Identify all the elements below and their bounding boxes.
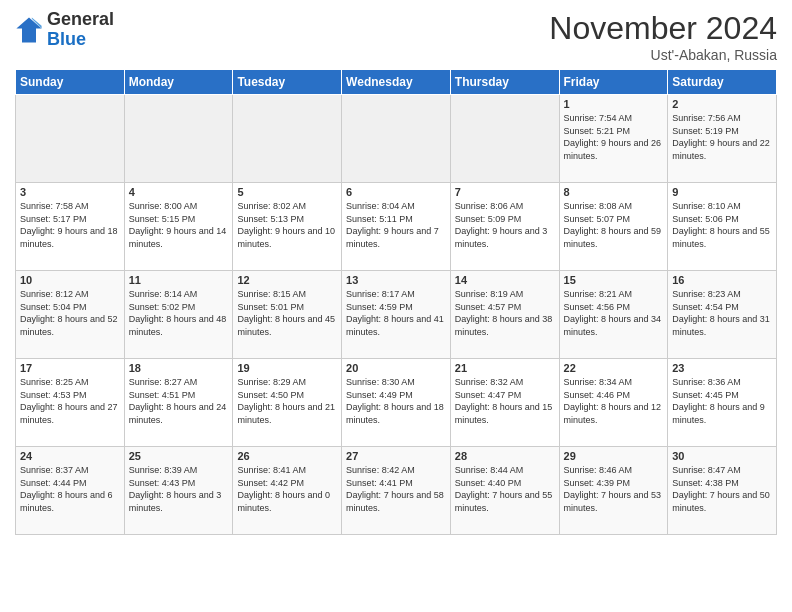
day-number: 18: [129, 362, 229, 374]
day-info: Sunrise: 8:02 AM Sunset: 5:13 PM Dayligh…: [237, 200, 337, 250]
calendar-cell: 30Sunrise: 8:47 AM Sunset: 4:38 PM Dayli…: [668, 447, 777, 535]
day-info: Sunrise: 8:06 AM Sunset: 5:09 PM Dayligh…: [455, 200, 555, 250]
calendar-cell: 5Sunrise: 8:02 AM Sunset: 5:13 PM Daylig…: [233, 183, 342, 271]
day-info: Sunrise: 8:44 AM Sunset: 4:40 PM Dayligh…: [455, 464, 555, 514]
logo: General Blue: [15, 10, 114, 50]
day-info: Sunrise: 8:37 AM Sunset: 4:44 PM Dayligh…: [20, 464, 120, 514]
day-number: 2: [672, 98, 772, 110]
calendar-cell: [124, 95, 233, 183]
calendar-cell: 6Sunrise: 8:04 AM Sunset: 5:11 PM Daylig…: [342, 183, 451, 271]
day-info: Sunrise: 8:32 AM Sunset: 4:47 PM Dayligh…: [455, 376, 555, 426]
calendar-cell: 23Sunrise: 8:36 AM Sunset: 4:45 PM Dayli…: [668, 359, 777, 447]
calendar-cell: 28Sunrise: 8:44 AM Sunset: 4:40 PM Dayli…: [450, 447, 559, 535]
day-info: Sunrise: 8:19 AM Sunset: 4:57 PM Dayligh…: [455, 288, 555, 338]
day-number: 24: [20, 450, 120, 462]
day-number: 23: [672, 362, 772, 374]
calendar-cell: 24Sunrise: 8:37 AM Sunset: 4:44 PM Dayli…: [16, 447, 125, 535]
header-saturday: Saturday: [668, 70, 777, 95]
calendar-cell: 22Sunrise: 8:34 AM Sunset: 4:46 PM Dayli…: [559, 359, 668, 447]
calendar-cell: 18Sunrise: 8:27 AM Sunset: 4:51 PM Dayli…: [124, 359, 233, 447]
day-info: Sunrise: 8:17 AM Sunset: 4:59 PM Dayligh…: [346, 288, 446, 338]
day-number: 29: [564, 450, 664, 462]
calendar-cell: 17Sunrise: 8:25 AM Sunset: 4:53 PM Dayli…: [16, 359, 125, 447]
title-area: November 2024 Ust'-Abakan, Russia: [549, 10, 777, 63]
header-tuesday: Tuesday: [233, 70, 342, 95]
day-number: 20: [346, 362, 446, 374]
header-monday: Monday: [124, 70, 233, 95]
calendar-week-3: 10Sunrise: 8:12 AM Sunset: 5:04 PM Dayli…: [16, 271, 777, 359]
day-info: Sunrise: 8:04 AM Sunset: 5:11 PM Dayligh…: [346, 200, 446, 250]
day-info: Sunrise: 7:54 AM Sunset: 5:21 PM Dayligh…: [564, 112, 664, 162]
day-info: Sunrise: 8:14 AM Sunset: 5:02 PM Dayligh…: [129, 288, 229, 338]
calendar-cell: 3Sunrise: 7:58 AM Sunset: 5:17 PM Daylig…: [16, 183, 125, 271]
calendar-cell: 16Sunrise: 8:23 AM Sunset: 4:54 PM Dayli…: [668, 271, 777, 359]
day-info: Sunrise: 8:41 AM Sunset: 4:42 PM Dayligh…: [237, 464, 337, 514]
calendar-cell: [450, 95, 559, 183]
calendar-cell: 27Sunrise: 8:42 AM Sunset: 4:41 PM Dayli…: [342, 447, 451, 535]
day-number: 4: [129, 186, 229, 198]
header-sunday: Sunday: [16, 70, 125, 95]
day-number: 13: [346, 274, 446, 286]
day-number: 27: [346, 450, 446, 462]
day-number: 15: [564, 274, 664, 286]
day-info: Sunrise: 8:36 AM Sunset: 4:45 PM Dayligh…: [672, 376, 772, 426]
calendar-week-2: 3Sunrise: 7:58 AM Sunset: 5:17 PM Daylig…: [16, 183, 777, 271]
calendar-cell: 4Sunrise: 8:00 AM Sunset: 5:15 PM Daylig…: [124, 183, 233, 271]
day-info: Sunrise: 8:10 AM Sunset: 5:06 PM Dayligh…: [672, 200, 772, 250]
calendar-cell: [342, 95, 451, 183]
day-number: 22: [564, 362, 664, 374]
calendar-cell: 1Sunrise: 7:54 AM Sunset: 5:21 PM Daylig…: [559, 95, 668, 183]
day-number: 9: [672, 186, 772, 198]
month-title: November 2024: [549, 10, 777, 47]
calendar-cell: 12Sunrise: 8:15 AM Sunset: 5:01 PM Dayli…: [233, 271, 342, 359]
day-info: Sunrise: 8:08 AM Sunset: 5:07 PM Dayligh…: [564, 200, 664, 250]
header-friday: Friday: [559, 70, 668, 95]
calendar-cell: 20Sunrise: 8:30 AM Sunset: 4:49 PM Dayli…: [342, 359, 451, 447]
calendar-week-5: 24Sunrise: 8:37 AM Sunset: 4:44 PM Dayli…: [16, 447, 777, 535]
day-number: 19: [237, 362, 337, 374]
day-info: Sunrise: 8:47 AM Sunset: 4:38 PM Dayligh…: [672, 464, 772, 514]
calendar-cell: 2Sunrise: 7:56 AM Sunset: 5:19 PM Daylig…: [668, 95, 777, 183]
page: General Blue November 2024 Ust'-Abakan, …: [0, 0, 792, 612]
calendar-cell: 11Sunrise: 8:14 AM Sunset: 5:02 PM Dayli…: [124, 271, 233, 359]
day-info: Sunrise: 8:12 AM Sunset: 5:04 PM Dayligh…: [20, 288, 120, 338]
calendar-cell: 14Sunrise: 8:19 AM Sunset: 4:57 PM Dayli…: [450, 271, 559, 359]
calendar-cell: 29Sunrise: 8:46 AM Sunset: 4:39 PM Dayli…: [559, 447, 668, 535]
calendar-cell: 19Sunrise: 8:29 AM Sunset: 4:50 PM Dayli…: [233, 359, 342, 447]
calendar: Sunday Monday Tuesday Wednesday Thursday…: [15, 69, 777, 535]
day-number: 21: [455, 362, 555, 374]
day-number: 14: [455, 274, 555, 286]
day-number: 16: [672, 274, 772, 286]
day-info: Sunrise: 8:30 AM Sunset: 4:49 PM Dayligh…: [346, 376, 446, 426]
svg-marker-0: [16, 17, 41, 42]
day-number: 11: [129, 274, 229, 286]
day-info: Sunrise: 8:21 AM Sunset: 4:56 PM Dayligh…: [564, 288, 664, 338]
day-number: 1: [564, 98, 664, 110]
logo-icon: [15, 16, 43, 44]
calendar-cell: [16, 95, 125, 183]
day-number: 28: [455, 450, 555, 462]
calendar-cell: 13Sunrise: 8:17 AM Sunset: 4:59 PM Dayli…: [342, 271, 451, 359]
calendar-cell: 7Sunrise: 8:06 AM Sunset: 5:09 PM Daylig…: [450, 183, 559, 271]
day-number: 12: [237, 274, 337, 286]
logo-text: General Blue: [47, 10, 114, 50]
day-number: 25: [129, 450, 229, 462]
day-info: Sunrise: 8:15 AM Sunset: 5:01 PM Dayligh…: [237, 288, 337, 338]
day-number: 7: [455, 186, 555, 198]
header-wednesday: Wednesday: [342, 70, 451, 95]
header-thursday: Thursday: [450, 70, 559, 95]
day-number: 17: [20, 362, 120, 374]
calendar-week-1: 1Sunrise: 7:54 AM Sunset: 5:21 PM Daylig…: [16, 95, 777, 183]
calendar-cell: 21Sunrise: 8:32 AM Sunset: 4:47 PM Dayli…: [450, 359, 559, 447]
day-number: 8: [564, 186, 664, 198]
header: General Blue November 2024 Ust'-Abakan, …: [15, 10, 777, 63]
calendar-cell: [233, 95, 342, 183]
calendar-header-row: Sunday Monday Tuesday Wednesday Thursday…: [16, 70, 777, 95]
day-number: 6: [346, 186, 446, 198]
calendar-cell: 10Sunrise: 8:12 AM Sunset: 5:04 PM Dayli…: [16, 271, 125, 359]
day-info: Sunrise: 8:39 AM Sunset: 4:43 PM Dayligh…: [129, 464, 229, 514]
day-number: 3: [20, 186, 120, 198]
day-info: Sunrise: 8:25 AM Sunset: 4:53 PM Dayligh…: [20, 376, 120, 426]
calendar-cell: 9Sunrise: 8:10 AM Sunset: 5:06 PM Daylig…: [668, 183, 777, 271]
day-info: Sunrise: 8:34 AM Sunset: 4:46 PM Dayligh…: [564, 376, 664, 426]
